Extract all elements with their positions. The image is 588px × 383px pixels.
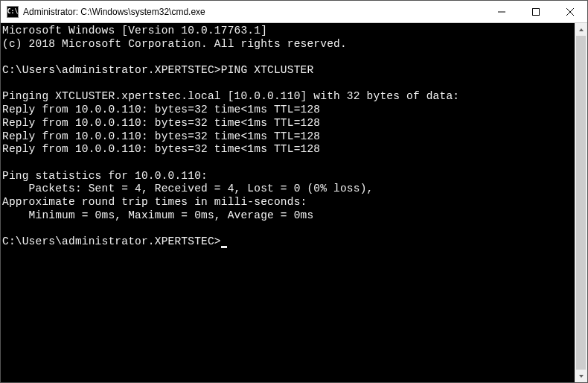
svg-marker-4 (579, 28, 584, 31)
vertical-scrollbar[interactable] (575, 23, 587, 382)
terminal-output[interactable]: Microsoft Windows [Version 10.0.17763.1]… (1, 23, 575, 382)
stats-rtt-header: Approximate round trip times in milli-se… (2, 196, 307, 208)
window-title: Administrator: C:\Windows\system32\cmd.e… (23, 7, 485, 17)
prompt-path: C:\Users\administrator.XPERTSTEC> (2, 64, 221, 76)
scroll-down-button[interactable] (575, 370, 587, 382)
command-text: PING XTCLUSTER (221, 64, 314, 76)
stats-rtt: Minimum = 0ms, Maximum = 0ms, Average = … (2, 209, 313, 221)
close-button[interactable] (553, 1, 587, 22)
ping-header: Pinging XTCLUSTER.xpertstec.local [10.0.… (2, 90, 459, 102)
copyright-line: (c) 2018 Microsoft Corporation. All righ… (2, 38, 347, 50)
scroll-up-button[interactable] (575, 23, 587, 36)
minimize-button[interactable] (485, 1, 519, 22)
window-controls (485, 1, 587, 22)
prompt-path: C:\Users\administrator.XPERTSTEC> (2, 235, 221, 247)
svg-marker-5 (579, 375, 584, 378)
ping-reply: Reply from 10.0.0.110: bytes=32 time<1ms… (2, 104, 320, 115)
ping-reply: Reply from 10.0.0.110: bytes=32 time<1ms… (2, 117, 320, 129)
scroll-thumb[interactable] (576, 36, 586, 370)
os-version-line: Microsoft Windows [Version 10.0.17763.1] (2, 25, 267, 37)
cursor (221, 246, 227, 248)
terminal-wrapper: Microsoft Windows [Version 10.0.17763.1]… (1, 23, 587, 382)
stats-header: Ping statistics for 10.0.0.110: (2, 170, 208, 182)
ping-reply: Reply from 10.0.0.110: bytes=32 time<1ms… (2, 143, 320, 155)
cmd-icon-text: C:\ (7, 8, 18, 15)
cmd-icon: C:\ (7, 6, 19, 18)
ping-reply: Reply from 10.0.0.110: bytes=32 time<1ms… (2, 130, 320, 142)
svg-rect-1 (533, 8, 540, 15)
titlebar[interactable]: C:\ Administrator: C:\Windows\system32\c… (1, 1, 587, 23)
stats-packets: Packets: Sent = 4, Received = 4, Lost = … (2, 183, 373, 194)
scroll-track[interactable] (575, 36, 587, 370)
maximize-button[interactable] (519, 1, 553, 22)
